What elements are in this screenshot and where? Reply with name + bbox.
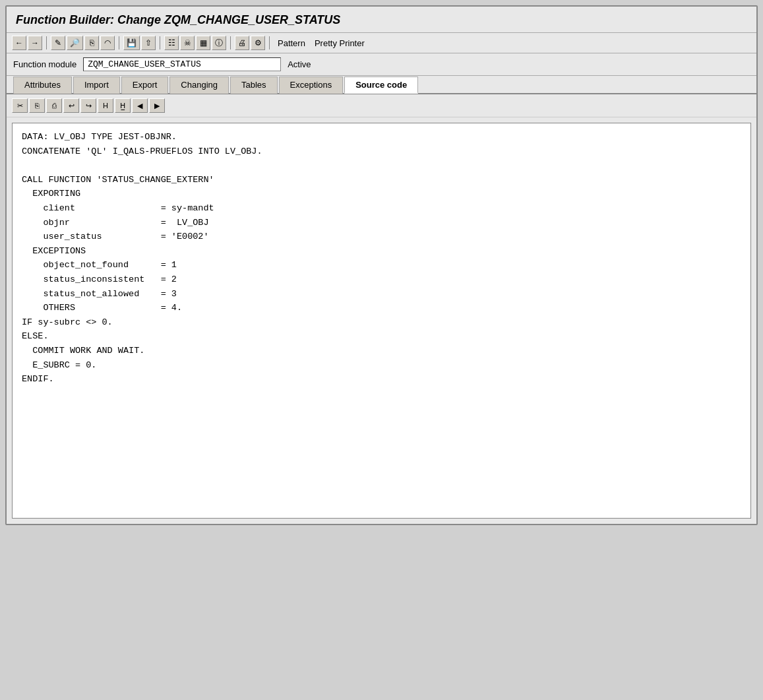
next-error-button[interactable]: ▶ [149, 98, 165, 113]
module-input[interactable] [83, 57, 281, 71]
redo-button[interactable]: ↪ [80, 98, 96, 113]
grid-button[interactable]: ☷ [164, 36, 179, 50]
edit-button[interactable]: ✎ [51, 36, 65, 50]
info-button[interactable]: ⓘ [212, 36, 226, 50]
print-button[interactable]: 🖨 [235, 36, 249, 50]
find-button[interactable]: H [98, 98, 113, 113]
code-toolbar: ✂ ⎘ ⎙ ↩ ↪ H H̲ ◀ ▶ [7, 94, 756, 117]
module-bar: Function module Active [7, 53, 756, 76]
sep1 [46, 36, 47, 49]
tab-changing[interactable]: Changing [169, 77, 229, 94]
module-status: Active [288, 59, 311, 69]
main-toolbar: ← → ✎ 🔎 ⎘ ◠ 💾 ⇧ ☷ ☠ ▦ ⓘ 🖨 ⚙ Pattern Pret… [7, 33, 756, 53]
nav-button[interactable]: ⇧ [141, 36, 156, 50]
sep4 [230, 36, 231, 49]
tab-tables[interactable]: Tables [230, 77, 278, 94]
tab-import[interactable]: Import [73, 77, 120, 94]
pretty-printer-button[interactable]: Pretty Printer [311, 37, 369, 49]
tree-button[interactable]: ☠ [180, 36, 195, 50]
forward-button[interactable]: → [28, 36, 42, 50]
table-button[interactable]: ▦ [196, 36, 210, 50]
search-button[interactable]: 🔎 [67, 36, 83, 50]
back-button[interactable]: ← [12, 36, 26, 50]
replace-button[interactable]: H̲ [115, 98, 131, 113]
main-window: Function Builder: Change ZQM_CHANGE_USER… [5, 5, 758, 525]
tab-exceptions[interactable]: Exceptions [279, 77, 344, 94]
copy-button[interactable]: ⎘ [84, 36, 99, 50]
module-label: Function module [13, 59, 76, 69]
copy-code-button[interactable]: ⎘ [29, 98, 45, 113]
cut-button[interactable]: ✂ [12, 98, 28, 113]
tab-export[interactable]: Export [121, 77, 169, 94]
sep3 [160, 36, 160, 49]
tab-source-code[interactable]: Source code [344, 77, 418, 94]
source-code-editor[interactable]: DATA: LV_OBJ TYPE JEST-OBJNR. CONCATENAT… [12, 123, 751, 519]
paste-button[interactable]: ⎙ [46, 98, 62, 113]
tabs-bar: Attributes Import Export Changing Tables… [7, 76, 756, 94]
settings-button[interactable]: ⚙ [251, 36, 265, 50]
title-bar: Function Builder: Change ZQM_CHANGE_USER… [7, 7, 756, 33]
sep2 [119, 36, 119, 49]
save-button[interactable]: 💾 [123, 36, 140, 50]
page-title: Function Builder: Change ZQM_CHANGE_USER… [16, 13, 747, 27]
sep5 [269, 36, 270, 49]
pattern-button[interactable]: Pattern [274, 37, 309, 49]
tab-attributes[interactable]: Attributes [13, 77, 72, 94]
prev-error-button[interactable]: ◀ [132, 98, 148, 113]
refresh-button[interactable]: ◠ [100, 36, 115, 50]
undo-button[interactable]: ↩ [63, 98, 79, 113]
